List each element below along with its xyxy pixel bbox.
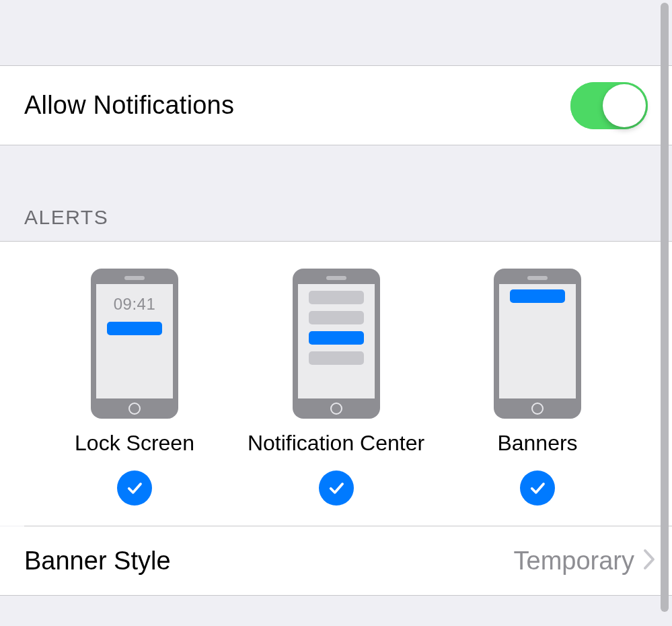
banner-style-value: Temporary [514, 547, 635, 576]
checkmark-icon [117, 471, 152, 506]
checkmark-icon [319, 471, 354, 506]
scrollbar[interactable] [661, 3, 669, 612]
separator [0, 595, 672, 596]
notification-center-icon [293, 269, 380, 419]
allow-notifications-row[interactable]: Allow Notifications [0, 66, 672, 145]
alert-option-banners[interactable]: Banners [443, 269, 632, 506]
alerts-row: 09:41 Lock Screen N [0, 269, 672, 506]
alerts-panel: 09:41 Lock Screen N [0, 242, 672, 526]
alert-option-lock-screen[interactable]: 09:41 Lock Screen [40, 269, 229, 506]
banner-style-row[interactable]: Banner Style Temporary [0, 526, 672, 595]
section-spacer [0, 0, 672, 65]
lock-screen-icon: 09:41 [91, 269, 178, 419]
banners-icon [494, 269, 581, 419]
banner-style-label: Banner Style [24, 547, 514, 576]
section-spacer [0, 145, 672, 206]
alert-option-notification-center[interactable]: Notification Center [242, 269, 431, 506]
alert-option-label: Notification Center [248, 431, 424, 456]
allow-notifications-toggle[interactable] [570, 82, 648, 129]
checkmark-icon [520, 471, 555, 506]
allow-notifications-label: Allow Notifications [24, 91, 234, 120]
toggle-knob [603, 84, 646, 127]
chevron-right-icon [642, 548, 656, 573]
lock-screen-clock: 09:41 [114, 295, 156, 314]
alert-option-label: Lock Screen [75, 431, 194, 456]
alerts-section-header: ALERTS [0, 206, 672, 241]
alert-option-label: Banners [497, 431, 577, 456]
